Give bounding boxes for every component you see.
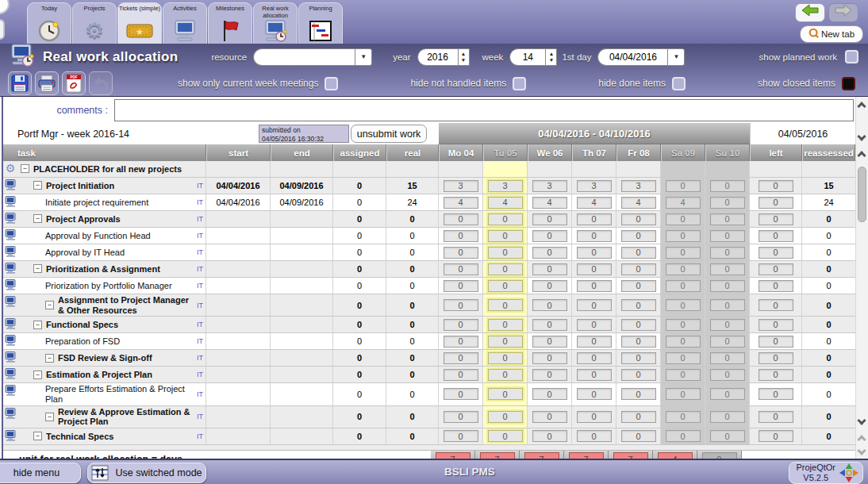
day-work-input[interactable] [666, 263, 701, 275]
save-button[interactable] [8, 71, 32, 95]
show-only-current-week-meetings-checkbox[interactable] [325, 77, 338, 90]
day-work-input[interactable] [621, 247, 656, 259]
day-work-input[interactable] [532, 352, 567, 364]
day-work-input[interactable] [577, 299, 612, 311]
day-work-input[interactable] [444, 369, 478, 381]
day-work-input[interactable] [666, 247, 701, 259]
left-work-input[interactable] [759, 247, 793, 259]
column-header-mo-04[interactable]: Mo 04 [439, 144, 483, 161]
day-work-input[interactable] [444, 336, 478, 348]
week-input[interactable] [509, 48, 546, 66]
day-work-input[interactable] [666, 280, 701, 292]
task-cell[interactable]: Approval by Function HeadIT [17, 228, 206, 244]
collapse-toggle[interactable]: − [33, 321, 42, 329]
day-work-input[interactable] [666, 197, 701, 209]
left-work-input[interactable] [759, 352, 793, 364]
day-work-input[interactable] [621, 430, 656, 442]
day-work-input[interactable] [532, 280, 567, 292]
collapse-toggle[interactable]: − [33, 181, 42, 190]
day-work-input[interactable] [621, 230, 656, 242]
day-work-input[interactable] [577, 336, 612, 348]
day-work-input[interactable] [488, 388, 523, 400]
day-work-input[interactable] [666, 352, 701, 364]
day-work-input[interactable] [577, 280, 612, 292]
task-cell[interactable]: −Prioritization & AssignmentIT [17, 261, 206, 277]
column-header-real[interactable]: real [386, 144, 439, 161]
day-work-input[interactable] [444, 180, 478, 192]
day-work-input[interactable] [577, 319, 612, 331]
tab-tickets-simple[interactable]: Tickets (simple)★ [117, 2, 162, 44]
day-work-input[interactable] [532, 263, 567, 275]
day-work-input[interactable] [710, 299, 745, 311]
column-header-th-07[interactable]: Th 07 [572, 144, 616, 161]
day-work-input[interactable] [621, 299, 656, 311]
day-work-input[interactable] [710, 369, 745, 381]
totals-scroll-up-arrow[interactable] [857, 435, 866, 444]
day-work-input[interactable] [532, 230, 567, 242]
day-work-input[interactable] [444, 213, 478, 225]
forward-button[interactable] [828, 3, 858, 22]
left-work-input[interactable] [759, 263, 793, 275]
day-work-input[interactable] [488, 352, 523, 364]
comments-input[interactable] [114, 99, 854, 121]
left-work-input[interactable] [759, 280, 793, 292]
day-work-input[interactable] [621, 319, 656, 331]
day-work-input[interactable] [621, 388, 656, 400]
tab-projects[interactable]: Projects⚙ [72, 2, 117, 44]
day-work-input[interactable] [666, 180, 701, 192]
day-work-input[interactable] [710, 352, 745, 364]
year-input[interactable] [417, 48, 459, 66]
pdf-export-button[interactable]: PDF [62, 71, 86, 95]
day-work-input[interactable] [621, 336, 656, 348]
table-scroll-down-arrow[interactable] [857, 416, 866, 424]
back-button[interactable] [795, 3, 825, 22]
day-work-input[interactable] [444, 247, 478, 259]
tab-activities[interactable]: Activities [163, 2, 207, 44]
activity-computer-icon[interactable] [3, 333, 17, 349]
day-work-input[interactable] [488, 247, 523, 259]
vertical-scrollbar[interactable] [855, 97, 868, 459]
day-work-input[interactable] [577, 369, 612, 381]
day-work-input[interactable] [621, 213, 656, 225]
day-work-input[interactable] [621, 263, 656, 275]
day-work-input[interactable] [710, 411, 745, 423]
left-work-input[interactable] [759, 319, 793, 331]
tab-milestones[interactable]: Milestones [208, 2, 252, 44]
day-work-input[interactable] [621, 197, 656, 209]
column-header-task[interactable]: task [3, 144, 206, 161]
collapse-toggle[interactable]: − [45, 301, 54, 309]
left-work-input[interactable] [759, 299, 793, 311]
project-gear-icon[interactable]: ⚙ [3, 161, 17, 177]
day-work-input[interactable] [666, 430, 701, 442]
day-work-input[interactable] [488, 411, 523, 423]
scroll-down-arrow[interactable] [857, 132, 866, 140]
day-work-input[interactable] [666, 369, 701, 381]
task-cell[interactable]: Initiate project requirementIT [17, 194, 206, 210]
day-work-input[interactable] [444, 411, 478, 423]
task-cell[interactable]: −Project ApprovalsIT [17, 211, 206, 227]
day-work-input[interactable] [666, 411, 701, 423]
day-work-input[interactable] [488, 319, 523, 331]
day-work-input[interactable] [532, 213, 567, 225]
day-work-input[interactable] [577, 197, 612, 209]
day-work-input[interactable] [710, 180, 745, 192]
tab-today[interactable]: Today [27, 2, 71, 44]
day-work-input[interactable] [666, 388, 701, 400]
day-work-input[interactable] [488, 263, 523, 275]
day-work-input[interactable] [444, 197, 478, 209]
day-work-input[interactable] [444, 388, 478, 400]
day-work-input[interactable] [666, 299, 701, 311]
day-work-input[interactable] [532, 369, 567, 381]
day-work-input[interactable] [621, 280, 656, 292]
activity-computer-icon[interactable] [3, 194, 17, 210]
day-work-input[interactable] [577, 230, 612, 242]
day-work-input[interactable] [621, 352, 656, 364]
activity-computer-icon[interactable] [3, 211, 17, 227]
activity-computer-icon[interactable] [3, 350, 17, 366]
show-closed-items-checkbox[interactable] [842, 77, 855, 90]
left-work-input[interactable] [759, 369, 793, 381]
left-work-input[interactable] [759, 430, 793, 442]
unsubmit-work-button[interactable]: unsubmit work [351, 125, 427, 143]
day-work-input[interactable] [710, 430, 745, 442]
day-work-input[interactable] [488, 336, 523, 348]
